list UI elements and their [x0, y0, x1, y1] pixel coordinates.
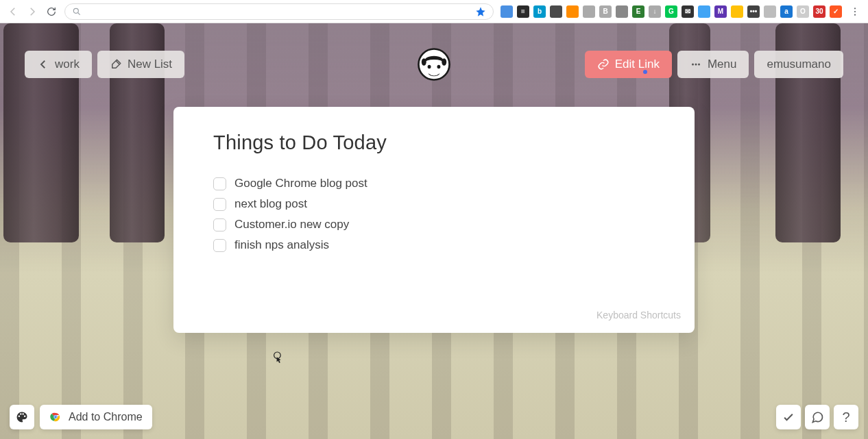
todo-text[interactable]: next blog post	[234, 197, 307, 211]
todo-item[interactable]: next blog post	[213, 194, 655, 214]
svg-point-3	[854, 14, 856, 15]
svg-point-11	[442, 58, 446, 65]
edit-link-label: Edit Link	[615, 58, 660, 71]
menu-label: Menu	[708, 58, 737, 71]
sheep-icon	[416, 47, 452, 82]
svg-point-6	[698, 64, 700, 66]
chevron-left-icon	[37, 58, 49, 71]
add-chrome-label: Add to Chrome	[69, 411, 143, 423]
username: emusumano	[767, 58, 831, 71]
search-icon	[72, 7, 82, 16]
extension-download-icon[interactable]: ↓	[649, 5, 661, 18]
todo-item[interactable]: finish nps analysis	[213, 235, 655, 255]
user-button[interactable]: emusumano	[754, 51, 843, 78]
done-button[interactable]	[776, 405, 801, 429]
new-list-button[interactable]: New List	[97, 51, 184, 78]
star-icon[interactable]	[475, 6, 486, 17]
todo-text[interactable]: finish nps analysis	[234, 238, 329, 252]
todo-list: Google Chrome blog postnext blog postCus…	[213, 173, 655, 255]
palette-icon	[15, 410, 29, 424]
dots-icon	[690, 58, 702, 71]
extension-mail-icon[interactable]: ✉	[682, 5, 694, 18]
link-icon	[597, 58, 610, 71]
omnibox[interactable]	[64, 3, 494, 20]
chrome-icon	[49, 411, 62, 423]
bottom-right-tools: ?	[776, 405, 858, 429]
svg-point-8	[428, 65, 431, 69]
theme-button[interactable]	[10, 405, 34, 429]
edit-link-button[interactable]: Edit Link	[585, 51, 672, 78]
extension-evernote-icon[interactable]: E	[632, 5, 644, 18]
svg-point-5	[695, 64, 697, 66]
cursor-icon	[273, 351, 284, 364]
todo-text[interactable]: Customer.io new copy	[234, 218, 349, 231]
back-to-work-button[interactable]: work	[25, 51, 92, 78]
chat-button[interactable]	[805, 405, 830, 429]
forward-icon[interactable]	[26, 5, 38, 18]
extension-circle-icon[interactable]: O	[797, 5, 809, 18]
svg-point-9	[437, 65, 441, 69]
card-title[interactable]: Things to Do Today	[213, 131, 655, 154]
extension-mega-icon[interactable]: M	[714, 5, 727, 18]
todo-item[interactable]: Customer.io new copy	[213, 214, 655, 235]
new-list-label: New List	[128, 58, 172, 71]
keyboard-shortcuts-link[interactable]: Keyboard Shortcuts	[596, 310, 681, 321]
svg-point-10	[422, 58, 426, 65]
svg-point-0	[73, 8, 78, 13]
bottom-left-tools: Add to Chrome	[10, 405, 152, 429]
menu-button[interactable]: Menu	[677, 51, 749, 78]
extension-calendar-icon[interactable]: 30	[813, 5, 825, 18]
checkbox[interactable]	[213, 239, 226, 252]
extension-alexa-icon[interactable]: a	[780, 5, 793, 18]
back-label: work	[55, 58, 80, 71]
chrome-menu-icon[interactable]	[849, 5, 861, 18]
check-icon	[782, 410, 795, 424]
extension-edit-icon[interactable]	[583, 5, 595, 18]
svg-point-4	[692, 64, 694, 66]
extension-skype-icon[interactable]	[698, 5, 710, 18]
new-list-icon	[110, 58, 122, 71]
checkbox[interactable]	[213, 177, 226, 190]
extension-onepass-icon[interactable]: •••	[747, 5, 760, 18]
extension-grey-icon[interactable]	[764, 5, 776, 18]
extension-honey-icon[interactable]	[731, 5, 743, 18]
extension-todoist-icon[interactable]: ✓	[830, 5, 842, 18]
extension-bold-icon[interactable]: B	[599, 5, 612, 18]
notification-dot-icon	[643, 70, 647, 74]
extension-bitly-icon[interactable]: b	[533, 5, 546, 18]
extension-buffer-icon[interactable]: ≡	[517, 5, 529, 18]
help-button[interactable]: ?	[834, 405, 858, 429]
checkbox[interactable]	[213, 198, 226, 211]
todo-card: Things to Do Today Google Chrome blog po…	[173, 107, 695, 333]
extension-square-icon[interactable]	[616, 5, 628, 18]
extension-grammarly-icon[interactable]: G	[665, 5, 677, 18]
extension-lastpass-icon[interactable]	[501, 5, 513, 18]
extension-carrot-icon[interactable]	[566, 5, 579, 18]
extension-icons: ≡bBE↓G✉M•••aO30✓	[501, 5, 842, 18]
back-icon[interactable]	[7, 5, 19, 18]
extension-brush-icon[interactable]	[550, 5, 562, 18]
background-scene: work New List Edit Link Menu emusumano	[0, 23, 868, 439]
chat-icon	[810, 410, 824, 424]
todo-item[interactable]: Google Chrome blog post	[213, 173, 655, 194]
add-to-chrome-button[interactable]: Add to Chrome	[40, 405, 152, 429]
app-logo[interactable]	[416, 47, 452, 85]
svg-point-2	[854, 10, 856, 12]
todo-text[interactable]: Google Chrome blog post	[234, 177, 367, 190]
question-icon: ?	[842, 410, 849, 425]
svg-point-1	[854, 8, 856, 9]
checkbox[interactable]	[213, 218, 226, 231]
browser-chrome: ≡bBE↓G✉M•••aO30✓	[0, 0, 868, 23]
reload-icon[interactable]	[45, 5, 58, 18]
